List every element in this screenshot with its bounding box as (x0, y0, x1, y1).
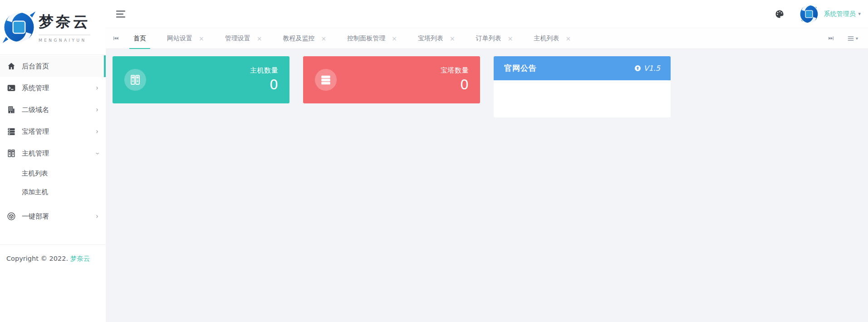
bt-badge (315, 69, 337, 91)
tab-label: 主机列表 (534, 34, 559, 43)
list-icon (847, 35, 854, 42)
sidebar-item-host-manage[interactable]: 主机管理 › (0, 142, 106, 164)
tab-tutorial-monitor[interactable]: 教程及监控 × (272, 28, 337, 49)
tab-order-list[interactable]: 订单列表 × (466, 28, 524, 49)
tabs-scroll-left-icon[interactable] (113, 35, 119, 42)
close-icon[interactable]: × (508, 35, 513, 42)
announcement-title: 官网公告 (504, 63, 537, 73)
tab-label: 网站设置 (167, 34, 192, 43)
sidebar-footer: Copyright © 2022. 梦奈云 (0, 244, 106, 263)
bt-count-title: 宝塔数量 (441, 66, 469, 75)
host-count-value: 0 (250, 78, 278, 92)
close-icon[interactable]: × (257, 35, 262, 42)
tab-label: 订单列表 (476, 34, 501, 43)
close-icon[interactable]: × (392, 35, 397, 42)
sidebar-item-bt-manage[interactable]: 宝塔管理 › (0, 121, 106, 142)
version-badge: V1.5 (634, 64, 660, 73)
close-icon[interactable]: × (450, 35, 455, 42)
user-avatar[interactable] (799, 4, 819, 24)
sidebar-item-label: 二级域名 (22, 106, 49, 114)
tab-label: 首页 (133, 34, 146, 43)
bt-count-card: 宝塔数量 0 (303, 56, 480, 103)
sidebar-subitem-add-host[interactable]: 添加主机 (0, 183, 106, 201)
server-icon (320, 74, 332, 86)
copyright-text: Copyright © 2022. (6, 255, 68, 262)
terminal-icon (7, 83, 16, 93)
sidebar-submenu-host: 主机列表 添加主机 (0, 164, 106, 201)
sidebar-item-label: 后台首页 (22, 62, 49, 71)
avatar-logo-icon (799, 4, 819, 24)
sidebar-subitem-host-list[interactable]: 主机列表 (0, 164, 106, 183)
cabinet-icon (7, 149, 16, 158)
tab-admin-settings[interactable]: 管理设置 × (215, 28, 273, 49)
version-label: V1.5 (644, 64, 660, 73)
bt-count-value: 0 (441, 78, 469, 92)
chevron-right-icon: › (96, 213, 98, 220)
theme-palette-icon[interactable] (775, 9, 785, 19)
user-menu[interactable]: 系统管理员 ▾ (824, 10, 861, 18)
caret-down-icon: ▾ (856, 36, 858, 41)
circle-up-icon (634, 64, 642, 72)
sidebar: 梦奈云 MENGNAIYUN 后台首页 系统管理 › 二级域名 › 宝塔管理 ›… (0, 0, 106, 322)
close-icon[interactable]: × (565, 35, 571, 42)
tab-label: 宝塔列表 (418, 34, 443, 43)
brand-subtitle: MENGNAIYUN (39, 38, 90, 43)
cube-icon (7, 212, 16, 221)
building-icon (7, 105, 16, 114)
brand-logo[interactable]: 梦奈云 MENGNAIYUN (0, 0, 106, 55)
sidebar-item-dashboard[interactable]: 后台首页 (0, 55, 106, 77)
chevron-right-icon: › (96, 85, 98, 92)
tab-bt-list[interactable]: 宝塔列表 × (407, 28, 466, 49)
cabinet-icon (129, 74, 141, 86)
sidebar-item-label: 宝塔管理 (22, 127, 49, 136)
tab-home[interactable]: 首页 (123, 28, 157, 49)
sidebar-menu: 后台首页 系统管理 › 二级域名 › 宝塔管理 › 主机管理 › 主机列表 (0, 55, 106, 227)
announcement-card: 官网公告 V1.5 (494, 56, 671, 117)
tab-bar: 首页 网站设置 × 管理设置 × 教程及监控 × 控制面板管理 × 宝塔列表 ×… (106, 28, 868, 49)
sidebar-toggle-icon[interactable] (115, 9, 126, 20)
sidebar-item-subdomain[interactable]: 二级域名 › (0, 99, 106, 121)
main-content: 主机数量 0 宝塔数量 0 官网公告 V1.5 (106, 49, 868, 322)
tab-label: 控制面板管理 (347, 34, 385, 43)
home-icon (7, 62, 16, 71)
sidebar-item-label: 主机管理 (22, 149, 49, 158)
tab-host-list[interactable]: 主机列表 × (523, 28, 581, 49)
sidebar-subitem-label: 主机列表 (22, 169, 48, 178)
chevron-right-icon: › (96, 128, 98, 135)
tab-label: 管理设置 (225, 34, 250, 43)
username-label: 系统管理员 (824, 10, 855, 18)
sidebar-item-label: 系统管理 (22, 84, 49, 93)
tabs-scroll-right-icon[interactable] (828, 35, 834, 42)
brand-logo-icon (2, 10, 36, 44)
announcement-body (494, 80, 671, 117)
close-icon[interactable]: × (321, 35, 326, 42)
chevron-down-icon: › (94, 152, 101, 155)
close-icon[interactable]: × (199, 35, 204, 42)
copyright-brand-link[interactable]: 梦奈云 (70, 255, 90, 262)
host-count-title: 主机数量 (250, 66, 278, 75)
host-count-card: 主机数量 0 (113, 56, 289, 103)
open-tabs: 首页 网站设置 × 管理设置 × 教程及监控 × 控制面板管理 × 宝塔列表 ×… (123, 28, 581, 49)
server-icon (7, 127, 16, 136)
sidebar-item-label: 一键部署 (22, 212, 49, 221)
sidebar-item-deploy[interactable]: 一键部署 › (0, 205, 106, 227)
brand-name: 梦奈云 (39, 12, 90, 35)
chevron-right-icon: › (96, 107, 98, 113)
tab-label: 教程及监控 (283, 34, 314, 43)
announcement-header: 官网公告 V1.5 (494, 56, 671, 80)
tab-panel-manage[interactable]: 控制面板管理 × (337, 28, 407, 49)
tabs-options-menu[interactable]: ▾ (847, 35, 858, 42)
top-navbar: 系统管理员 ▾ (106, 0, 868, 28)
caret-down-icon: ▾ (858, 11, 861, 17)
sidebar-item-system[interactable]: 系统管理 › (0, 77, 106, 99)
sidebar-subitem-label: 添加主机 (22, 188, 48, 196)
host-badge (124, 69, 146, 91)
tab-site-settings[interactable]: 网站设置 × (157, 28, 215, 49)
